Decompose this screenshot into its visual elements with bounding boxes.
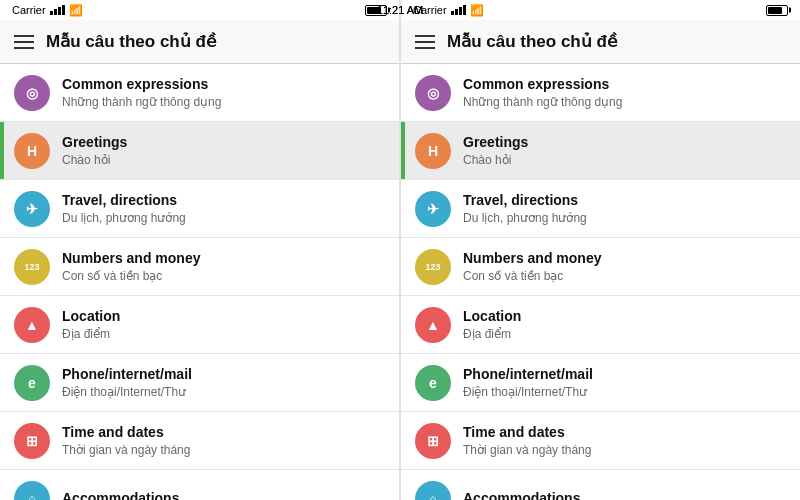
carrier-text: Carrier bbox=[12, 4, 46, 16]
common-subtitle: Những thành ngữ thông dụng bbox=[463, 94, 622, 111]
phone-panel-left: Carrier 📶 11:21 AM Mẫu câu theo chủ đề ◎… bbox=[0, 0, 400, 500]
nav-bar: Mẫu câu theo chủ đề bbox=[0, 20, 399, 64]
nav-title: Mẫu câu theo chủ đề bbox=[447, 31, 617, 52]
greetings-icon: H bbox=[14, 133, 50, 169]
list-item-location[interactable]: ▲LocationĐịa điểm bbox=[0, 296, 399, 354]
numbers-icon: 123 bbox=[415, 249, 451, 285]
accom-icon: ⌂ bbox=[14, 481, 50, 501]
phone-subtitle: Điện thoại/Internet/Thư bbox=[463, 384, 593, 401]
carrier-label: Carrier 📶 bbox=[413, 4, 484, 17]
greetings-subtitle: Chào hỏi bbox=[62, 152, 127, 169]
travel-title: Travel, directions bbox=[62, 191, 186, 209]
greetings-text: GreetingsChào hỏi bbox=[62, 133, 127, 169]
phone-subtitle: Điện thoại/Internet/Thư bbox=[62, 384, 192, 401]
location-text: LocationĐịa điểm bbox=[62, 307, 120, 343]
battery-area bbox=[766, 5, 788, 16]
list-item-phone[interactable]: ePhone/internet/mailĐiện thoại/Internet/… bbox=[0, 354, 399, 412]
time-display: 11:21 AM bbox=[377, 4, 423, 16]
accom-text: Accommodations bbox=[62, 489, 179, 500]
list-item-accom[interactable]: ⌂Accommodations bbox=[0, 470, 399, 500]
signal-icon bbox=[451, 5, 466, 15]
list-item-travel[interactable]: ✈Travel, directionsDu lịch, phương hướng bbox=[0, 180, 399, 238]
location-subtitle: Địa điểm bbox=[463, 326, 521, 343]
travel-icon: ✈ bbox=[415, 191, 451, 227]
common-text: Common expressionsNhững thành ngữ thông … bbox=[463, 75, 622, 111]
list-item-numbers[interactable]: 123Numbers and moneyCon số và tiền bạc bbox=[0, 238, 399, 296]
numbers-title: Numbers and money bbox=[463, 249, 601, 267]
numbers-subtitle: Con số và tiền bạc bbox=[62, 268, 200, 285]
wifi-icon: 📶 bbox=[69, 4, 83, 17]
common-icon: ◎ bbox=[415, 75, 451, 111]
greetings-text: GreetingsChào hỏi bbox=[463, 133, 528, 169]
phone-text: Phone/internet/mailĐiện thoại/Internet/T… bbox=[463, 365, 593, 401]
list-item-numbers[interactable]: 123Numbers and moneyCon số và tiền bạc bbox=[401, 238, 800, 296]
numbers-title: Numbers and money bbox=[62, 249, 200, 267]
accom-title: Accommodations bbox=[62, 489, 179, 500]
phone-text: Phone/internet/mailĐiện thoại/Internet/T… bbox=[62, 365, 192, 401]
status-bar: Carrier 📶 11:21 AM bbox=[401, 0, 800, 20]
list-item-time[interactable]: ⊞Time and datesThời gian và ngày tháng bbox=[0, 412, 399, 470]
location-title: Location bbox=[62, 307, 120, 325]
list-item-phone[interactable]: ePhone/internet/mailĐiện thoại/Internet/… bbox=[401, 354, 800, 412]
status-bar: Carrier 📶 11:21 AM bbox=[0, 0, 399, 20]
battery-icon bbox=[766, 5, 788, 16]
time-subtitle: Thời gian và ngày tháng bbox=[463, 442, 591, 459]
nav-bar: Mẫu câu theo chủ đề bbox=[401, 20, 800, 64]
numbers-subtitle: Con số và tiền bạc bbox=[463, 268, 601, 285]
time-text: Time and datesThời gian và ngày tháng bbox=[463, 423, 591, 459]
numbers-text: Numbers and moneyCon số và tiền bạc bbox=[62, 249, 200, 285]
common-icon: ◎ bbox=[14, 75, 50, 111]
common-title: Common expressions bbox=[463, 75, 622, 93]
signal-icon bbox=[50, 5, 65, 15]
greetings-subtitle: Chào hỏi bbox=[463, 152, 528, 169]
time-title: Time and dates bbox=[62, 423, 190, 441]
time-subtitle: Thời gian và ngày tháng bbox=[62, 442, 190, 459]
wifi-icon: 📶 bbox=[470, 4, 484, 17]
category-list: ◎Common expressionsNhững thành ngữ thông… bbox=[0, 64, 399, 500]
common-subtitle: Những thành ngữ thông dụng bbox=[62, 94, 221, 111]
nav-title: Mẫu câu theo chủ đề bbox=[46, 31, 216, 52]
location-subtitle: Địa điểm bbox=[62, 326, 120, 343]
phone-title: Phone/internet/mail bbox=[463, 365, 593, 383]
time-title: Time and dates bbox=[463, 423, 591, 441]
list-item-common[interactable]: ◎Common expressionsNhững thành ngữ thông… bbox=[401, 64, 800, 122]
location-title: Location bbox=[463, 307, 521, 325]
location-icon: ▲ bbox=[415, 307, 451, 343]
phone-icon: e bbox=[415, 365, 451, 401]
phone-title: Phone/internet/mail bbox=[62, 365, 192, 383]
travel-subtitle: Du lịch, phương hướng bbox=[463, 210, 587, 227]
list-item-accom[interactable]: ⌂Accommodations bbox=[401, 470, 800, 500]
numbers-icon: 123 bbox=[14, 249, 50, 285]
travel-title: Travel, directions bbox=[463, 191, 587, 209]
list-item-greetings[interactable]: HGreetingsChào hỏi bbox=[0, 122, 399, 180]
greetings-icon: H bbox=[415, 133, 451, 169]
travel-text: Travel, directionsDu lịch, phương hướng bbox=[463, 191, 587, 227]
list-item-travel[interactable]: ✈Travel, directionsDu lịch, phương hướng bbox=[401, 180, 800, 238]
hamburger-menu[interactable] bbox=[415, 35, 435, 49]
list-item-time[interactable]: ⊞Time and datesThời gian và ngày tháng bbox=[401, 412, 800, 470]
common-text: Common expressionsNhững thành ngữ thông … bbox=[62, 75, 221, 111]
location-icon: ▲ bbox=[14, 307, 50, 343]
category-list: ◎Common expressionsNhững thành ngữ thông… bbox=[401, 64, 800, 500]
greetings-title: Greetings bbox=[463, 133, 528, 151]
hamburger-menu[interactable] bbox=[14, 35, 34, 49]
list-item-greetings[interactable]: HGreetingsChào hỏi bbox=[401, 122, 800, 180]
accom-title: Accommodations bbox=[463, 489, 580, 500]
list-item-location[interactable]: ▲LocationĐịa điểm bbox=[401, 296, 800, 354]
greetings-title: Greetings bbox=[62, 133, 127, 151]
phone-panel-right: Carrier 📶 11:21 AM Mẫu câu theo chủ đề ◎… bbox=[400, 0, 800, 500]
accom-icon: ⌂ bbox=[415, 481, 451, 501]
list-item-common[interactable]: ◎Common expressionsNhững thành ngữ thông… bbox=[0, 64, 399, 122]
time-icon: ⊞ bbox=[415, 423, 451, 459]
numbers-text: Numbers and moneyCon số và tiền bạc bbox=[463, 249, 601, 285]
travel-text: Travel, directionsDu lịch, phương hướng bbox=[62, 191, 186, 227]
time-text: Time and datesThời gian và ngày tháng bbox=[62, 423, 190, 459]
phone-icon: e bbox=[14, 365, 50, 401]
time-icon: ⊞ bbox=[14, 423, 50, 459]
travel-subtitle: Du lịch, phương hướng bbox=[62, 210, 186, 227]
carrier-label: Carrier 📶 bbox=[12, 4, 83, 17]
accom-text: Accommodations bbox=[463, 489, 580, 500]
common-title: Common expressions bbox=[62, 75, 221, 93]
location-text: LocationĐịa điểm bbox=[463, 307, 521, 343]
travel-icon: ✈ bbox=[14, 191, 50, 227]
